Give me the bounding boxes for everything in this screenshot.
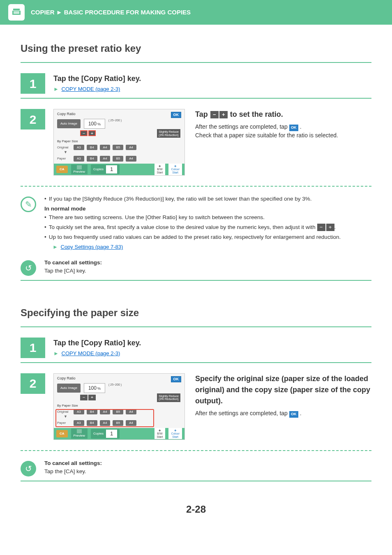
copies-value: 1 xyxy=(106,430,117,438)
plus-button[interactable]: + xyxy=(88,130,96,136)
preview-button[interactable]: Preview xyxy=(71,428,88,439)
copy-settings-link[interactable]: Copy Settings (page 7-83) xyxy=(61,244,123,250)
size-a4[interactable]: A4 xyxy=(100,145,111,150)
size-b4[interactable]: B4 xyxy=(87,145,97,150)
breadcrumb: COPIER ► BASIC PROCEDURE FOR MAKING COPI… xyxy=(31,8,191,17)
paper-size-row: Paper A3 B4 A4 B5 A4 xyxy=(57,156,181,162)
size-a3[interactable]: A3 xyxy=(74,156,84,162)
section2-title: Specifying the paper size xyxy=(21,305,371,320)
size-a3[interactable]: A3 xyxy=(74,420,84,426)
original-label: Original xyxy=(57,410,71,414)
divider xyxy=(21,62,371,63)
auto-image-button[interactable]: Auto Image xyxy=(57,119,81,128)
bw-start-button[interactable]: ◈B/WStart xyxy=(154,164,166,175)
by-paper-size-label: By Paper Size xyxy=(57,139,181,143)
link-arrow-icon: ► xyxy=(53,350,59,356)
inline-ok-icon: OK xyxy=(289,125,298,131)
section1-step2: 2 Copy Ratio OK Auto Image 100 % ( 25~20… xyxy=(21,109,371,176)
step1-heading: Tap the [Copy Ratio] key. xyxy=(53,73,371,84)
panel-bottom-bar: CA Preview Copies 1 ◈B/WStart ◈ColourSta… xyxy=(54,428,184,439)
section1-step1: 1 Tap the [Copy Ratio] key. ► COPY MODE … xyxy=(21,73,371,94)
paper-size-row: Paper A3 B4 A4 B5 A4 xyxy=(57,420,181,426)
svg-rect-2 xyxy=(14,12,19,12)
colour-start-button[interactable]: ◈ColourStart xyxy=(168,428,182,439)
copies-control[interactable]: Copies 1 xyxy=(91,164,120,174)
ratio-unit: % xyxy=(97,122,101,127)
copies-label: Copies xyxy=(93,167,104,171)
step2-line1: After the settings are completed, tap OK… xyxy=(195,123,371,131)
size-b4[interactable]: B4 xyxy=(87,409,97,415)
size-b4[interactable]: B4 xyxy=(87,420,97,426)
panel-title: Copy Ratio xyxy=(57,376,181,381)
back-icon: ↺ xyxy=(21,461,36,476)
minus-button[interactable]: − xyxy=(80,130,88,136)
step2-heading: Tap − + to set the ratio. xyxy=(195,109,371,120)
size-a3[interactable]: A3 xyxy=(74,145,84,150)
breadcrumb-page[interactable]: BASIC PROCEDURE FOR MAKING COPIES xyxy=(64,9,191,16)
ratio-display: 100 % xyxy=(84,383,105,393)
preview-button[interactable]: Preview xyxy=(71,164,88,175)
copy-ratio-panel: Copy Ratio OK Auto Image 100 % ( 25~200 … xyxy=(53,109,185,176)
step-number-1: 1 xyxy=(21,73,45,94)
svg-rect-0 xyxy=(13,9,20,10)
step-number-1: 1 xyxy=(21,338,45,358)
section1-title: Using the preset ratio key xyxy=(21,41,371,56)
paper-label: Paper xyxy=(57,421,71,425)
panel-title: Copy Ratio xyxy=(57,112,181,116)
size-a3[interactable]: A3 xyxy=(74,409,84,415)
copies-label: Copies xyxy=(93,432,104,436)
minus-icon: − xyxy=(317,224,325,231)
divider xyxy=(21,98,371,99)
slightly-reduce-button[interactable]: Slightly Reduce (3% Reduction) xyxy=(157,393,180,402)
cancel-note: ↺ To cancel all settings: Tap the [CA] k… xyxy=(21,259,371,276)
size-a4-2[interactable]: A4 xyxy=(126,409,136,415)
note-bullet4: Up to two frequently used ratio values c… xyxy=(44,233,371,241)
panel-ok-button[interactable]: OK xyxy=(171,376,182,382)
plus-button[interactable]: + xyxy=(88,395,96,400)
cancel-note-2: ↺ To cancel all settings: Tap the [CA] k… xyxy=(21,459,371,476)
svg-rect-3 xyxy=(14,13,19,14)
copy-mode-link[interactable]: COPY MODE (page 2-3) xyxy=(62,86,120,92)
cancel-heading: To cancel all settings: xyxy=(44,259,371,267)
section2-step2: 2 Copy Ratio OK Auto Image 100 % ( 25~20… xyxy=(21,373,371,440)
size-b4[interactable]: B4 xyxy=(87,156,97,162)
panel-ok-button[interactable]: OK xyxy=(171,112,182,118)
step2-heading: Specify the original size (paper size of… xyxy=(195,373,371,407)
bw-start-button[interactable]: ◈B/WStart xyxy=(154,428,166,439)
colour-start-button[interactable]: ◈ColourStart xyxy=(168,164,182,175)
ca-button[interactable]: CA xyxy=(56,430,68,437)
size-b5[interactable]: B5 xyxy=(113,409,123,415)
divider xyxy=(21,326,371,327)
size-a4[interactable]: A4 xyxy=(100,409,111,415)
copies-value: 1 xyxy=(106,165,117,173)
info-icon: ✎ xyxy=(21,197,36,212)
back-icon: ↺ xyxy=(21,260,36,276)
breadcrumb-sep: ► xyxy=(56,9,62,16)
size-b5[interactable]: B5 xyxy=(113,156,123,162)
minus-icon: − xyxy=(210,111,219,118)
dashed-separator xyxy=(21,186,371,187)
size-a4-2[interactable]: A4 xyxy=(126,420,136,426)
size-b5[interactable]: B5 xyxy=(113,145,123,150)
plus-icon: + xyxy=(326,224,334,231)
breadcrumb-section[interactable]: COPIER xyxy=(31,9,55,16)
by-paper-size-label: By Paper Size xyxy=(57,404,181,408)
page-number: 2-28 xyxy=(21,502,371,517)
cancel-body: Tap the [CA] key. xyxy=(44,267,371,275)
inline-minus-plus-icon: − + xyxy=(317,224,334,231)
size-a4[interactable]: A4 xyxy=(100,156,111,162)
paper-label: Paper xyxy=(57,157,71,161)
minus-button[interactable]: − xyxy=(80,395,88,400)
link-arrow-icon: ► xyxy=(53,244,58,250)
slightly-reduce-button[interactable]: Slightly Reduce (3% Reduction) xyxy=(157,129,180,138)
size-b5[interactable]: B5 xyxy=(113,420,123,426)
copy-mode-link[interactable]: COPY MODE (page 2-3) xyxy=(62,350,120,356)
size-a4-2[interactable]: A4 xyxy=(126,156,136,162)
ca-button[interactable]: CA xyxy=(56,166,68,173)
copies-control[interactable]: Copies 1 xyxy=(91,429,120,439)
auto-image-button[interactable]: Auto Image xyxy=(57,384,81,393)
size-a4[interactable]: A4 xyxy=(100,420,111,426)
cancel-body: Tap the [CA] key. xyxy=(44,467,371,476)
size-a4-2[interactable]: A4 xyxy=(126,145,136,150)
note-bullet3: To quickly set the area, first specify a… xyxy=(44,223,371,231)
